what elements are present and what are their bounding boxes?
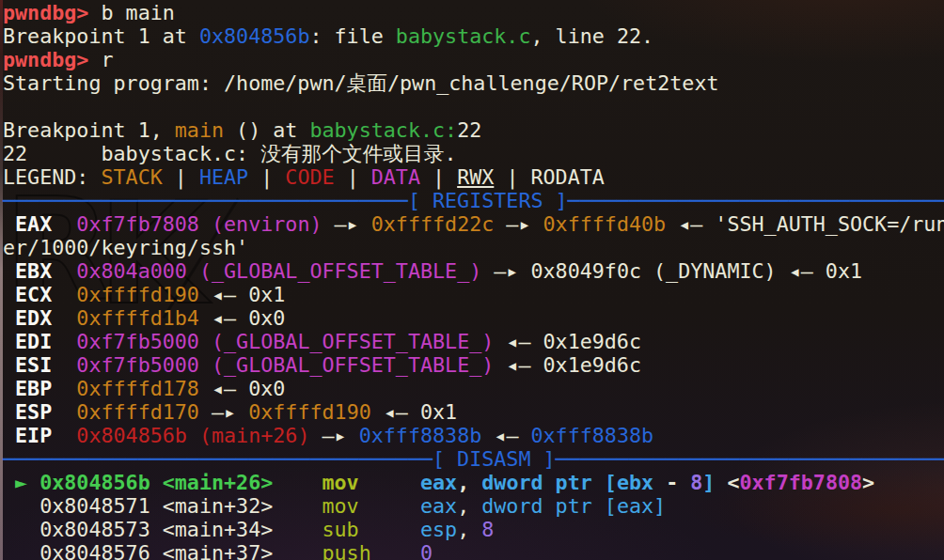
text-segment: [52, 259, 76, 283]
text-segment: EBP: [15, 377, 52, 400]
text-segment: eax: [420, 494, 457, 518]
terminal-line: ESI 0xf7fb5000 (_GLOBAL_OFFSET_TABLE_) ◂…: [3, 353, 944, 377]
text-segment: pwndbg>: [3, 1, 88, 24]
text-segment: [52, 424, 76, 447]
terminal-line: 22 babystack.c: 没有那个文件或目录.: [3, 142, 944, 165]
text-segment: ◂— 0x1e9d6c: [494, 353, 641, 377]
text-segment: [3, 353, 15, 377]
text-segment: pwndbg>: [3, 48, 88, 71]
text-segment: main: [175, 118, 224, 142]
terminal-line: ► 0x804856b <main+26> mov eax, dword ptr…: [3, 471, 944, 494]
text-segment: 0x1: [826, 259, 862, 283]
text-segment: [3, 330, 15, 353]
text-segment: 0xffffd40b: [543, 212, 667, 236]
terminal-line: EDX 0xffffd1b4 ◂— 0x0: [3, 306, 944, 330]
text-segment: b main: [88, 1, 174, 24]
text-segment: mov: [322, 494, 358, 518]
text-segment: ESI: [15, 353, 52, 377]
text-segment: EAX: [15, 212, 52, 236]
text-segment: [52, 377, 76, 400]
text-segment: 0x8048573 <main+34>: [3, 518, 322, 541]
text-segment: push: [322, 541, 370, 560]
text-segment: ◂—: [777, 259, 826, 283]
text-segment: 0xffffd178: [76, 377, 199, 400]
text-segment: >: [862, 471, 874, 494]
text-segment: EBX: [15, 259, 52, 283]
text-segment: EDI: [15, 330, 52, 353]
text-segment: ─────────────────────────────────[ REGIS…: [3, 189, 944, 212]
terminal-line: EDI 0xf7fb5000 (_GLOBAL_OFFSET_TABLE_) ◂…: [3, 330, 944, 353]
text-segment: 8: [481, 518, 494, 541]
terminal-line: EBX 0x804a000 (_GLOBAL_OFFSET_TABLE_) —▸…: [3, 259, 944, 283]
text-segment: |: [420, 165, 457, 189]
text-segment: ◂— 0x1e9d6c: [494, 330, 641, 353]
text-segment: er/1000/keyring/ssh': [3, 236, 248, 259]
text-segment: 0x8048571 <main+32>: [3, 494, 322, 518]
text-segment: ───────────────────────────────────[ DIS…: [3, 447, 944, 471]
text-segment: ◂—: [481, 424, 530, 447]
terminal-line: Breakpoint 1 at 0x804856b: file babystac…: [3, 24, 944, 48]
terminal-window[interactable]: pwndbg> b mainBreakpoint 1 at 0x804856b:…: [0, 0, 944, 560]
terminal-line: LEGEND: STACK | HEAP | CODE | DATA | RWX…: [3, 165, 944, 189]
terminal-line: EAX 0xf7fb7808 (environ) —▸ 0xffffd22c —…: [3, 212, 944, 236]
text-segment: 0x8049f0c (_DYNAMIC): [530, 259, 776, 283]
text-segment: |: [163, 165, 199, 189]
text-segment: dword ptr [ebx: [481, 471, 653, 494]
text-segment: 0xf7fb5000 (_GLOBAL_OFFSET_TABLE_): [76, 330, 494, 353]
text-segment: ]: [702, 471, 715, 494]
text-segment: 0x8048576 <main+37>: [3, 541, 322, 560]
text-segment: [273, 471, 322, 494]
text-segment: EIP: [15, 424, 52, 447]
text-segment: —▸: [494, 212, 543, 236]
text-segment: sub: [322, 518, 358, 541]
text-segment: —▸: [323, 212, 371, 236]
text-segment: EDX: [15, 306, 52, 330]
terminal-line: Breakpoint 1, main () at babystack.c:22: [3, 118, 944, 142]
terminal-line: ───────────────────────────────────[ DIS…: [3, 447, 944, 471]
text-segment: STACK: [101, 165, 162, 189]
text-segment: mov: [323, 471, 359, 494]
terminal-line: EIP 0x804856b (main+26) —▸ 0xfff8838b ◂—…: [3, 424, 944, 447]
text-segment: CODE: [285, 165, 334, 189]
text-segment: 0: [420, 541, 433, 560]
text-segment: ► 0x804856b <main+26>: [3, 471, 273, 494]
text-segment: [359, 494, 420, 518]
text-segment: r: [88, 48, 113, 71]
text-segment: Breakpoint 1,: [3, 118, 175, 142]
text-segment: —▸: [199, 400, 248, 424]
text-segment: <: [715, 471, 739, 494]
text-segment: —▸: [309, 424, 358, 447]
text-segment: | RODATA: [494, 165, 605, 189]
text-segment: [3, 259, 15, 283]
text-segment: ◂— 0x1: [199, 283, 285, 306]
text-segment: [3, 400, 15, 424]
text-segment: 0xffffd190: [248, 400, 371, 424]
terminal-line: 0x8048573 <main+34> sub esp, 8: [3, 518, 944, 541]
text-segment: 0x804a000 (_GLOBAL_OFFSET_TABLE_): [76, 259, 481, 283]
text-segment: [52, 330, 76, 353]
terminal-screen: pwndbg> b mainBreakpoint 1 at 0x804856b:…: [0, 0, 944, 560]
text-segment: ,: [457, 494, 481, 518]
terminal-line: 0x8048571 <main+32> mov eax, dword ptr […: [3, 494, 944, 518]
terminal-line: er/1000/keyring/ssh': [3, 236, 944, 259]
text-segment: ESP: [15, 400, 52, 424]
text-segment: [359, 518, 420, 541]
text-segment: [3, 212, 15, 236]
text-segment: () at: [224, 118, 309, 142]
text-segment: 0xfff8838b: [531, 424, 654, 447]
text-segment: 22: [457, 118, 481, 142]
text-segment: babystack.c:: [309, 118, 457, 142]
text-segment: Starting program: /home/pwn/桌面/pwn_chall…: [3, 71, 719, 95]
text-segment: [3, 306, 15, 330]
text-segment: [371, 541, 420, 560]
text-segment: [3, 283, 15, 306]
text-segment: 0xf7fb7808 (environ): [76, 212, 322, 236]
terminal-line: [3, 95, 944, 118]
text-segment: LEGEND:: [3, 165, 101, 189]
terminal-line: pwndbg> b main: [3, 1, 944, 24]
text-segment: ◂— 0x0: [199, 377, 285, 400]
text-segment: [52, 212, 76, 236]
text-segment: 0xf7fb7808: [740, 471, 863, 494]
text-segment: eax: [420, 471, 457, 494]
text-segment: , line 22.: [530, 24, 653, 48]
